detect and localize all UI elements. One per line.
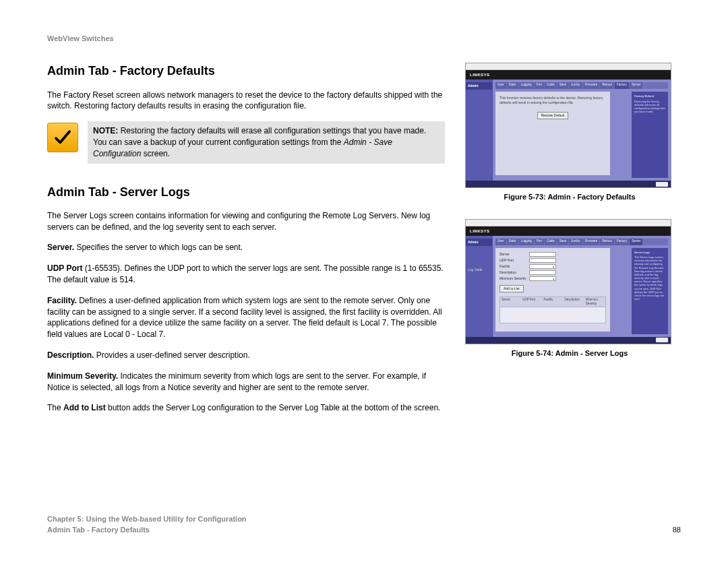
tab[interactable]: Server [630,82,642,89]
help-title: Factory Default [634,94,665,98]
nav-admin[interactable]: Admin [466,82,492,90]
tab-active[interactable]: Factory [615,82,629,89]
left-nav: Admin [466,80,493,181]
left-nav: Admin Log Table [466,236,493,337]
figure-column: LINKSYS Admin UserStaticLoggingPortCable… [465,63,674,423]
term-facility: Facility. [47,296,77,305]
tab[interactable]: Jumbo [569,239,582,245]
browser-chrome [466,63,671,70]
table-header: Server UDP Port Facility Description Min… [500,297,605,308]
input-desc[interactable] [529,270,556,275]
term-description: Description. [47,350,94,360]
page-footer: Chapter 5: Using the Web-based Utility f… [47,514,681,535]
th-facility: Facility [542,297,563,307]
def-severity: Minimum Severity. Indicates the minimum … [47,371,445,394]
screenshot-server-logs: LINKSYS Admin Log Table UserStaticLoggin… [465,219,671,344]
tab[interactable]: Reboot [600,82,614,89]
input-udp[interactable] [529,258,556,263]
text-column: Admin Tab - Factory Defaults The Factory… [47,63,445,423]
tab-strip: UserStaticLoggingPortCableSaveJumboFirmw… [495,239,668,245]
row-server: Server [499,252,606,257]
atl-post: button adds the Server Log configuration… [106,403,441,412]
desc-udp: (1-65535). Defines the UDP port to which… [47,263,444,284]
panel-description: This function restores factory defaults … [499,96,606,105]
tab[interactable]: Static [507,239,518,245]
server-log-table: Server UDP Port Facility Description Min… [499,296,606,323]
help-body: The Server Logs screen contains informat… [634,255,665,301]
tab[interactable]: Logging [519,239,534,245]
tab[interactable]: Jumbo [569,82,582,89]
footer-chapter: Chapter 5: Using the Web-based Utility f… [47,514,247,524]
input-server[interactable] [529,252,556,257]
desc-facility: Defines a user-defined application from … [47,296,442,339]
main-content: Admin Tab - Factory Defaults The Factory… [47,63,681,423]
tab[interactable]: Save [557,239,568,245]
select-sev[interactable] [529,276,556,281]
lbl-facility: Facility [499,264,526,269]
footer-section: Admin Tab - Factory Defaults [47,525,247,535]
def-facility: Facility. Defines a user-defined applica… [47,295,445,340]
screenshot-factory-defaults: LINKSYS Admin UserStaticLoggingPortCable… [465,63,671,188]
row-sev: Minimum Severity [499,276,606,281]
content-panel: Server UDP Port Facility Description Min… [495,248,610,332]
add-to-list-note: The Add to List button adds the Server L… [47,402,445,414]
tab[interactable]: Static [507,82,518,89]
row-facility: Facility [499,264,606,269]
tab[interactable]: Factory [615,239,629,245]
lbl-sev: Minimum Severity [499,276,526,281]
intro-factory-defaults: The Factory Reset screen allows network … [47,90,445,113]
restore-default-button[interactable]: Restore Default [537,112,569,119]
tab[interactable]: Firmware [583,239,600,245]
tab-active[interactable]: Server [630,239,642,245]
add-to-list-button[interactable]: Add to List [499,285,524,292]
atl-bold: Add to List [63,403,106,412]
th-server: Server [500,297,521,307]
nav-log-table[interactable]: Log Table [466,266,492,274]
help-panel: Factory Default Restoring the factory de… [632,92,668,178]
def-description: Description. Provides a user-defined ser… [47,350,445,361]
term-udp: UDP Port [47,263,82,273]
tab[interactable]: Firmware [583,82,600,89]
tab[interactable]: User [495,82,506,89]
nav-admin[interactable]: Admin [466,239,492,246]
note-body-2: screen. [141,149,170,158]
select-facility[interactable] [529,264,556,269]
figure-74-caption: Figure 5-74: Admin - Server Logs [465,348,674,358]
figure-74: LINKSYS Admin Log Table UserStaticLoggin… [465,219,674,358]
checkmark-icon [47,123,78,152]
tab[interactable]: Save [557,82,568,89]
tab[interactable]: Cable [545,239,557,245]
lbl-server: Server [499,252,526,257]
note-label: NOTE: [93,126,118,135]
row-desc: Description [499,270,606,275]
tab[interactable]: Reboot [600,239,614,245]
content-panel: This function restores factory defaults … [495,92,610,175]
desc-description: Provides a user-defined server descripti… [94,350,249,360]
heading-factory-defaults: Admin Tab - Factory Defaults [47,63,445,80]
page-number: 88 [673,525,681,535]
intro-server-logs: The Server Logs screen contains informat… [47,210,445,233]
tab[interactable]: Port [535,239,544,245]
lbl-udp: UDP Port [499,258,526,263]
note-text: NOTE: Restoring the factory defaults wil… [88,121,445,163]
th-desc: Description [564,297,584,307]
main-panel: UserStaticLoggingPortCableSaveJumboFirmw… [493,236,671,337]
tab[interactable]: Cable [545,82,557,89]
brand-bar: LINKSYS [466,70,671,80]
heading-server-logs: Admin Tab - Server Logs [47,184,445,201]
footer-bar [466,181,671,187]
th-sev: Minimum Severity [584,297,605,307]
tab[interactable]: Port [535,82,544,89]
figure-73: LINKSYS Admin UserStaticLoggingPortCable… [465,63,674,202]
term-severity: Minimum Severity. [47,371,118,381]
desc-server: Specifies the server to which logs can b… [74,243,243,252]
help-title: Server Logs [634,251,665,254]
tab[interactable]: User [495,239,506,245]
browser-chrome [466,220,671,226]
brand-bar: LINKSYS [466,226,671,236]
note-block: NOTE: Restoring the factory defaults wil… [47,121,445,163]
figure-73-caption: Figure 5-73: Admin - Factory Defaults [465,192,674,202]
cisco-logo-icon [656,338,668,342]
tab-strip: UserStaticLoggingPortCableSaveJumboFirmw… [495,82,668,89]
tab[interactable]: Logging [519,82,534,89]
